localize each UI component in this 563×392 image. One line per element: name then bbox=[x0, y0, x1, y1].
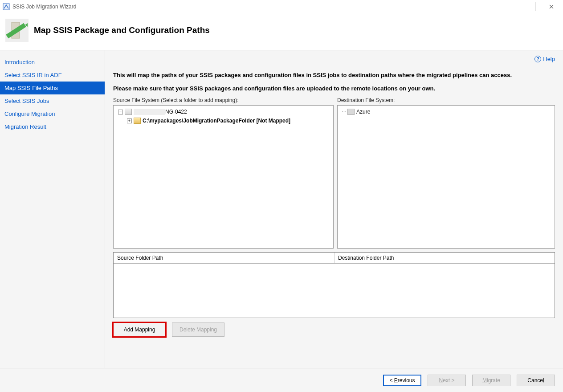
folder-icon bbox=[134, 118, 141, 124]
window-title: SSIS Job Migration Wizard bbox=[12, 4, 76, 10]
server-icon bbox=[125, 109, 132, 115]
app-icon bbox=[3, 3, 10, 10]
help-link[interactable]: ? Help bbox=[534, 56, 555, 62]
dest-tree-label: Destination File System: bbox=[337, 97, 555, 103]
help-icon: ? bbox=[534, 56, 541, 62]
close-icon[interactable] bbox=[543, 0, 560, 13]
redacted-server-name bbox=[134, 109, 165, 115]
help-label: Help bbox=[543, 56, 555, 62]
tree-leaf-icon: ⋯ bbox=[342, 109, 346, 115]
main-panel: ? Help This will map the paths of your S… bbox=[105, 50, 563, 368]
source-tree-label: Source File System (Select a folder to a… bbox=[113, 97, 334, 103]
add-mapping-button[interactable]: Add Mapping bbox=[113, 323, 166, 337]
source-root-suffix: NG-0422 bbox=[165, 109, 187, 115]
next-button: Next > bbox=[428, 375, 466, 386]
sidebar-item-select-ssis-ir[interactable]: Select SSIS IR in ADF bbox=[0, 69, 105, 82]
source-tree[interactable]: − NG-0422 + C:\mypackages\JobMigrationPa… bbox=[113, 105, 334, 249]
source-folder-node[interactable]: C:\mypackages\JobMigrationPackageFolder … bbox=[143, 118, 290, 124]
sidebar-item-map-file-paths[interactable]: Map SSIS File Paths bbox=[0, 82, 105, 94]
intro-text: This will map the paths of your SSIS pac… bbox=[113, 71, 545, 93]
wizard-header: Map SSIS Package and Configuration Paths bbox=[0, 13, 563, 50]
wizard-footer: < Previous Next > Migrate Cancel bbox=[0, 368, 563, 392]
mapping-col-dest[interactable]: Destination Folder Path bbox=[335, 253, 555, 263]
delete-mapping-button: Delete Mapping bbox=[172, 323, 224, 337]
page-title: Map SSIS Package and Configuration Paths bbox=[34, 25, 210, 35]
tree-collapse-icon[interactable]: − bbox=[118, 110, 123, 114]
titlebar: SSIS Job Migration Wizard bbox=[0, 0, 563, 13]
sidebar-item-configure-migration[interactable]: Configure Migration bbox=[0, 107, 105, 120]
azure-icon bbox=[347, 109, 355, 115]
sidebar-item-select-ssis-jobs[interactable]: Select SSIS Jobs bbox=[0, 94, 105, 107]
intro-line-2: Please make sure that your SSIS packages… bbox=[113, 84, 545, 93]
dest-tree[interactable]: ⋯ Azure bbox=[337, 105, 555, 249]
tree-expand-icon[interactable]: + bbox=[127, 118, 132, 123]
wizard-logo-icon bbox=[5, 19, 29, 42]
dest-root-node[interactable]: Azure bbox=[356, 109, 370, 115]
mapping-col-source[interactable]: Source Folder Path bbox=[114, 253, 335, 263]
intro-line-1: This will map the paths of your SSIS pac… bbox=[113, 71, 545, 80]
titlebar-separator bbox=[535, 2, 535, 11]
previous-button[interactable]: < Previous bbox=[383, 375, 421, 386]
sidebar-item-introduction[interactable]: Introduction bbox=[0, 56, 105, 69]
mapping-grid[interactable]: Source Folder Path Destination Folder Pa… bbox=[113, 252, 555, 318]
wizard-steps-sidebar: Introduction Select SSIS IR in ADF Map S… bbox=[0, 50, 105, 368]
cancel-button[interactable]: Cancel bbox=[517, 375, 555, 386]
sidebar-item-migration-result[interactable]: Migration Result bbox=[0, 120, 105, 133]
migrate-button: Migrate bbox=[472, 375, 510, 386]
